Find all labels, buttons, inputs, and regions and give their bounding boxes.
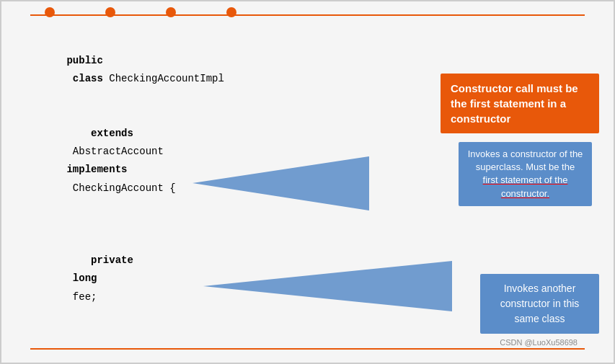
kw-long-1: long	[73, 272, 97, 284]
dot-2	[105, 7, 115, 17]
kw-public: public	[66, 55, 102, 66]
callout-super-underline: first statement of the constructor.	[483, 174, 568, 198]
callout-blue-same: Invokes another constructor in this same…	[480, 274, 599, 334]
main-container: public class CheckingAccountImpl extends…	[0, 0, 615, 364]
callout-orange-text: Constructor call must be the first state…	[451, 82, 578, 125]
border-bottom	[30, 348, 585, 350]
dot-1	[45, 7, 55, 17]
kw-extends: extends	[91, 128, 133, 139]
code-line-3	[30, 216, 585, 234]
text-implements: CheckingAccount {	[66, 182, 175, 194]
watermark: CSDN @LuoXu58698	[500, 338, 578, 347]
text-extends: AbstractAccount	[66, 146, 169, 157]
top-dots	[1, 7, 614, 17]
dot-3	[166, 7, 176, 17]
kw-implements: implements	[66, 164, 127, 175]
kw-class: class CheckingAccountImpl	[66, 73, 224, 84]
text-fee: fee;	[66, 291, 97, 303]
callout-orange: Constructor call must be the first state…	[441, 74, 599, 133]
kw-private: private	[91, 254, 133, 266]
callout-same-text: Invokes another constructor in this same…	[500, 283, 580, 324]
callout-blue-super: Invokes a constructor of the superclass.…	[459, 142, 592, 206]
dot-4	[226, 7, 236, 17]
callout-super-text: Invokes a constructor of the superclass.…	[468, 148, 583, 199]
